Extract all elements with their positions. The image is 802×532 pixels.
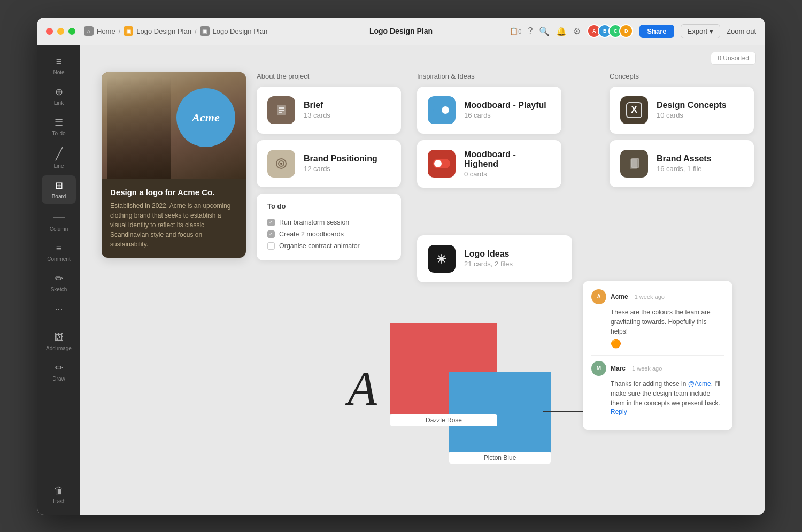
brand-assets-card[interactable]: Brand Assets 16 cards, 1 file — [610, 140, 754, 187]
column-icon: — — [53, 210, 65, 224]
search-icon[interactable]: 🔍 — [539, 26, 550, 36]
comment-text-2: Thanks for adding these in @Acme. I'll m… — [591, 379, 724, 408]
sidebar-label-link: Link — [54, 100, 64, 106]
sidebar-item-todo[interactable]: ☰ To-do — [42, 112, 76, 141]
sidebar-item-more[interactable]: ··· — [42, 299, 76, 319]
brief-title: Brief — [304, 101, 330, 110]
sidebar-label-trash: Trash — [52, 498, 65, 504]
comment-author-1: Acme — [611, 293, 628, 300]
moodboard-playful-icon — [428, 96, 456, 124]
comment-header-1: A Acme 1 week ago — [591, 289, 724, 304]
project-image: Acme — [102, 72, 246, 179]
breadcrumb-home[interactable]: Home — [97, 27, 115, 35]
comment-header-2: M Marc 1 week ago — [591, 361, 724, 376]
breadcrumb: ⌂ Home / ▣ Logo Design Plan / ▣ Logo Des… — [84, 26, 267, 36]
project-title: Design a logo for Acme Co. — [110, 188, 237, 197]
share-button[interactable]: Share — [639, 25, 674, 38]
logo-ideas-card[interactable]: Logo Ideas 21 cards, 2 files — [417, 235, 572, 289]
close-button[interactable] — [46, 28, 53, 35]
main-layout: ≡ Note ⊕ Link ☰ To-do ╱ Line ⊞ Board — C… — [37, 45, 765, 515]
comment-entry-2: M Marc 1 week ago Thanks for adding thes… — [591, 361, 724, 415]
moodboard-playful-card[interactable]: Moodboard - Playful 16 cards — [417, 87, 561, 134]
comment-icon: ≡ — [56, 243, 62, 254]
sidebar-item-draw[interactable]: ✏ Draw — [42, 358, 76, 386]
brief-card[interactable]: Brief 13 cards — [257, 87, 401, 134]
bell-icon[interactable]: 🔔 — [556, 26, 567, 36]
inspiration-section: Inspiration & Ideas Moodboard - Playful … — [417, 72, 561, 194]
design-concepts-card[interactable]: X Design Concepts 10 cards — [610, 87, 754, 134]
comment-text-1: These are the colours the team are gravi… — [591, 307, 724, 336]
sidebar-item-trash[interactable]: 🗑 Trash — [42, 481, 76, 508]
svg-point-7 — [439, 257, 444, 261]
window-title: Logo Design Plan — [369, 27, 433, 35]
sidebar-item-link[interactable]: ⊕ Link — [42, 82, 76, 110]
sidebar-item-board[interactable]: ⊞ Board — [42, 175, 76, 204]
moodboard-playful-meta: 16 cards — [464, 111, 546, 119]
svg-rect-9 — [631, 158, 639, 168]
todo-check-1[interactable] — [267, 219, 275, 226]
sidebar-item-addimage[interactable]: 🖼 Add image — [42, 328, 76, 356]
inspiration-section-label: Inspiration & Ideas — [417, 72, 561, 80]
comment-mention[interactable]: @Acme — [688, 380, 711, 388]
brand-assets-meta: 16 cards, 1 file — [657, 165, 712, 173]
sidebar-item-comment[interactable]: ≡ Comment — [42, 238, 76, 266]
project-info: Design a logo for Acme Co. Established i… — [102, 179, 246, 258]
sidebar-item-note[interactable]: ≡ Note — [42, 52, 76, 80]
brand-positioning-icon — [267, 150, 295, 178]
todo-item-1: Run brainstorm session — [267, 217, 390, 228]
avatar-group: A B C D — [587, 24, 633, 38]
brand-positioning-title: Brand Positioning — [304, 154, 377, 164]
todo-label-1: Run brainstorm session — [279, 219, 349, 226]
document-icon — [274, 103, 289, 118]
todo-check-3[interactable] — [267, 242, 275, 250]
project-card[interactable]: Acme Design a logo for Acme Co. Establis… — [102, 72, 246, 258]
help-icon[interactable]: ? — [528, 26, 533, 36]
settings-icon[interactable]: ⚙ — [573, 26, 581, 36]
todo-item-3: Organise contract animator — [267, 240, 390, 252]
sidebar-label-todo: To-do — [52, 130, 65, 136]
sidebar-label-line: Line — [54, 163, 64, 169]
about-section-label: About the project — [257, 72, 401, 80]
titlebar-actions: 📋0 ? 🔍 🔔 ⚙ A B C D Share Export ▾ Zoom o… — [510, 24, 756, 38]
font-letter: A — [348, 361, 377, 416]
brief-card-info: Brief 13 cards — [304, 101, 330, 119]
zoom-button[interactable]: Zoom out — [727, 27, 756, 35]
comment-text-prefix: Thanks for adding these in — [611, 380, 688, 388]
comment-entry-1: A Acme 1 week ago These are the colours … — [591, 289, 724, 349]
brand-assets-icon — [620, 150, 648, 178]
todo-check-2[interactable] — [267, 230, 275, 238]
moodboard-highend-card[interactable]: Moodboard - Highend 0 cards — [417, 140, 561, 188]
design-concepts-meta: 10 cards — [657, 111, 727, 119]
export-button[interactable]: Export ▾ — [681, 24, 721, 38]
brand-positioning-card[interactable]: Brand Positioning 12 cards — [257, 140, 401, 187]
logo-plan-icon: ▣ — [124, 26, 133, 36]
moodboard-playful-info: Moodboard - Playful 16 cards — [464, 101, 546, 119]
todo-title: To do — [267, 202, 390, 210]
sidebar-label-draw: Draw — [52, 376, 65, 382]
acme-logo: Acme — [176, 88, 235, 147]
board-icon: ▣ — [200, 26, 210, 36]
breadcrumb-logo-plan[interactable]: Logo Design Plan — [136, 27, 191, 35]
moodboard-playful-title: Moodboard - Playful — [464, 101, 546, 110]
minimize-button[interactable] — [57, 28, 64, 35]
logo-ideas-board-card[interactable]: Logo Ideas 21 cards, 2 files — [417, 235, 572, 282]
todo-section: To do Run brainstorm session Create 2 mo… — [257, 194, 401, 260]
more-icon: ··· — [55, 303, 63, 314]
home-icon: ⌂ — [84, 26, 94, 36]
traffic-lights — [46, 28, 75, 35]
brief-meta: 13 cards — [304, 111, 330, 119]
logo-ideas-info: Logo Ideas 21 cards, 2 files — [464, 249, 513, 268]
moodboard-highend-title: Moodboard - Highend — [464, 150, 551, 169]
sidebar-label-sketch: Sketch — [51, 287, 67, 292]
reply-button[interactable]: Reply — [591, 408, 724, 415]
line-icon: ╱ — [56, 147, 63, 161]
maximize-button[interactable] — [68, 28, 75, 35]
sidebar-item-sketch[interactable]: ✏ Sketch — [42, 268, 76, 297]
breadcrumb-page[interactable]: Logo Design Plan — [213, 27, 268, 35]
moodboard-highend-icon — [428, 150, 456, 178]
sidebar-item-line[interactable]: ╱ Line — [42, 143, 76, 173]
sidebar-item-column[interactable]: — Column — [42, 206, 76, 236]
breadcrumb-sep-1: / — [119, 27, 121, 35]
comment-divider — [591, 355, 724, 356]
trash-icon: 🗑 — [54, 485, 64, 496]
